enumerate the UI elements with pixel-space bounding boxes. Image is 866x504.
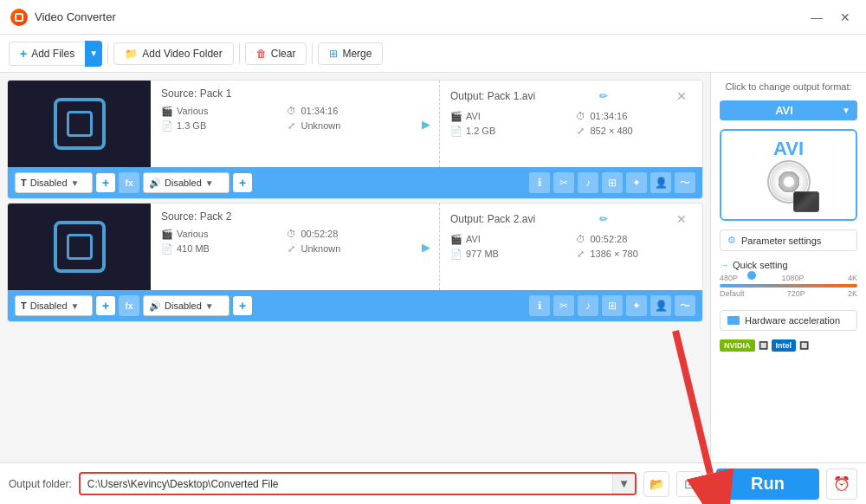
folder-icon: 📁 bbox=[125, 48, 138, 60]
audio-select-2[interactable]: 🔊 Disabled ▼ bbox=[143, 295, 229, 316]
divider-3 bbox=[312, 43, 313, 64]
add-folder-button[interactable]: 📁 Add Video Folder bbox=[113, 42, 234, 65]
window-controls: — ✕ bbox=[805, 9, 856, 26]
subtitle-select-2[interactable]: T Disabled ▼ bbox=[15, 295, 93, 316]
alarm-icon: ⏰ bbox=[833, 475, 850, 492]
res-icon: ⤢ bbox=[286, 120, 298, 132]
subtitle-arrow: ▼ bbox=[71, 178, 80, 188]
audio-select-1[interactable]: 🔊 Disabled ▼ bbox=[143, 172, 229, 193]
output-type-2: 🎬 AVI bbox=[450, 233, 568, 245]
avi-icon: 🎬 bbox=[450, 110, 462, 122]
nvidia-badge[interactable]: NVIDIA bbox=[720, 339, 755, 352]
file-source-1: Source: Pack 1 bbox=[161, 87, 403, 100]
arrow-mid-1: ▶ bbox=[413, 81, 439, 167]
right-panel: Click to change output format: AVI ▼ AVI… bbox=[710, 73, 866, 462]
file-details-1: Source: Pack 1 🎬 Various ⏱ 01:34:16 bbox=[151, 81, 413, 167]
close-button[interactable]: ✕ bbox=[835, 9, 856, 26]
file-source-2: Source: Pack 2 bbox=[161, 210, 403, 223]
wave-icon-2[interactable]: 〜 bbox=[675, 295, 695, 316]
add-audio-1[interactable]: + bbox=[233, 173, 252, 192]
minimize-button[interactable]: — bbox=[805, 9, 828, 26]
fx-icon-1[interactable]: fx bbox=[119, 172, 139, 193]
person-icon-2[interactable]: 👤 bbox=[650, 295, 671, 316]
browse-folder-button[interactable]: 📂 bbox=[643, 471, 669, 497]
plus-icon: + bbox=[20, 47, 27, 61]
avi-icon-2: 🎬 bbox=[450, 233, 462, 245]
parameter-settings-button[interactable]: ⚙ Parameter settings bbox=[720, 229, 857, 251]
out-clock-icon: ⏱ bbox=[575, 110, 587, 122]
edit-icon-1[interactable]: ✏ bbox=[599, 90, 608, 102]
speaker-icon: 🔊 bbox=[149, 178, 161, 189]
controls-bar-2: T Disabled ▼ + fx 🔊 Disabled ▼ + ℹ ✂ bbox=[8, 290, 702, 321]
format-hint: Click to change output format: bbox=[720, 81, 857, 92]
crop-icon-2[interactable]: ⊞ bbox=[602, 295, 623, 316]
close-item-1[interactable]: ✕ bbox=[671, 87, 692, 105]
effect-icon-1[interactable]: ✦ bbox=[626, 172, 647, 193]
film-icon-2: 🎬 bbox=[161, 228, 173, 240]
file-thumb-2 bbox=[8, 204, 151, 290]
clear-button[interactable]: 🗑 Clear bbox=[245, 42, 307, 65]
intel-badge[interactable]: Intel bbox=[772, 339, 797, 352]
quick-setting-label: → Quick setting bbox=[720, 260, 857, 270]
wave-icon-1[interactable]: 〜 bbox=[675, 172, 695, 193]
divider-2 bbox=[239, 43, 240, 64]
quality-labels-top: 480P 1080P 4K bbox=[720, 274, 857, 282]
add-subtitle-2[interactable]: + bbox=[96, 296, 115, 315]
format-preview: AVI bbox=[720, 129, 857, 221]
quality-slider[interactable]: 480P 1080P 4K Default 720P 2K bbox=[720, 274, 857, 298]
quality-thumb bbox=[747, 271, 756, 280]
person-icon-1[interactable]: 👤 bbox=[650, 172, 671, 193]
cut-icon-2[interactable]: ✂ bbox=[553, 295, 574, 316]
file-thumb-1 bbox=[8, 81, 151, 167]
run-button[interactable]: Run bbox=[716, 468, 819, 500]
merge-button[interactable]: ⊞ Merge bbox=[318, 42, 383, 65]
add-subtitle-1[interactable]: + bbox=[96, 173, 115, 192]
output-path-input[interactable] bbox=[81, 475, 612, 494]
alarm-button[interactable]: ⏰ bbox=[826, 468, 857, 500]
add-files-button[interactable]: + Add Files bbox=[9, 42, 85, 66]
source-type-2: 🎬 Various bbox=[161, 228, 279, 240]
output-duration-1: ⏱ 01:34:16 bbox=[575, 110, 693, 122]
main-area: Source: Pack 1 🎬 Various ⏱ 01:34:16 bbox=[0, 73, 866, 462]
out-res-icon: ⤢ bbox=[575, 125, 587, 137]
output-path-dropdown[interactable]: ▼ bbox=[612, 474, 635, 494]
headphone-icon-2[interactable]: ♪ bbox=[578, 295, 598, 316]
controls-bar-1: T Disabled ▼ + fx 🔊 Disabled ▼ + ℹ ✂ bbox=[8, 167, 702, 198]
out-clock-icon-2: ⏱ bbox=[575, 233, 587, 245]
add-files-dropdown[interactable]: ▼ bbox=[85, 41, 102, 67]
format-name: AVI bbox=[727, 104, 842, 117]
output-type-1: 🎬 AVI bbox=[450, 110, 568, 122]
subtitle-select-1[interactable]: T Disabled ▼ bbox=[15, 172, 93, 193]
cut-icon-1[interactable]: ✂ bbox=[553, 172, 574, 193]
add-audio-2[interactable]: + bbox=[233, 296, 252, 315]
source-type-1: 🎬 Various bbox=[161, 105, 279, 117]
fx-icon-2[interactable]: fx bbox=[119, 295, 139, 316]
format-selector[interactable]: AVI ▼ bbox=[720, 100, 857, 120]
file-item-1: Source: Pack 1 🎬 Various ⏱ 01:34:16 bbox=[7, 80, 703, 199]
headphone-icon-1[interactable]: ♪ bbox=[578, 172, 598, 193]
merge-icon: ⊞ bbox=[329, 48, 338, 60]
subtitle-arrow-2: ▼ bbox=[71, 301, 80, 311]
hardware-acceleration-button[interactable]: Hardware acceleration bbox=[720, 310, 857, 331]
file-item-2: Source: Pack 2 🎬 Various ⏱ 00:52:28 bbox=[7, 203, 703, 322]
thumb-icon-1 bbox=[54, 98, 106, 150]
divider-1 bbox=[107, 43, 108, 64]
file-icon: 📄 bbox=[161, 120, 173, 132]
info-icon-1[interactable]: ℹ bbox=[529, 172, 550, 193]
preview-button[interactable]: ⊡ bbox=[676, 471, 702, 497]
output-title-1: Output: Pack 1.avi bbox=[450, 90, 535, 102]
output-title-2: Output: Pack 2.avi bbox=[450, 213, 535, 225]
quick-arrow-icon: → bbox=[720, 260, 729, 270]
effect-icon-2[interactable]: ✦ bbox=[626, 295, 647, 316]
output-resolution-2: ⤢ 1386 × 780 bbox=[575, 248, 693, 260]
source-resolution-1: ⤢ Unknown bbox=[286, 120, 404, 132]
crop-icon-1[interactable]: ⊞ bbox=[602, 172, 623, 193]
source-duration-1: ⏱ 01:34:16 bbox=[286, 105, 404, 117]
source-resolution-2: ⤢ Unknown bbox=[286, 242, 404, 255]
info-icon-2[interactable]: ℹ bbox=[529, 295, 550, 316]
edit-icon-2[interactable]: ✏ bbox=[599, 213, 608, 225]
close-item-2[interactable]: ✕ bbox=[671, 210, 692, 228]
output-folder-label: Output folder: bbox=[9, 478, 72, 490]
output-duration-2: ⏱ 00:52:28 bbox=[575, 233, 693, 245]
file-output-1: Output: Pack 1.avi ✏ ✕ 🎬 AVI ⏱ 01:34 bbox=[439, 81, 702, 167]
